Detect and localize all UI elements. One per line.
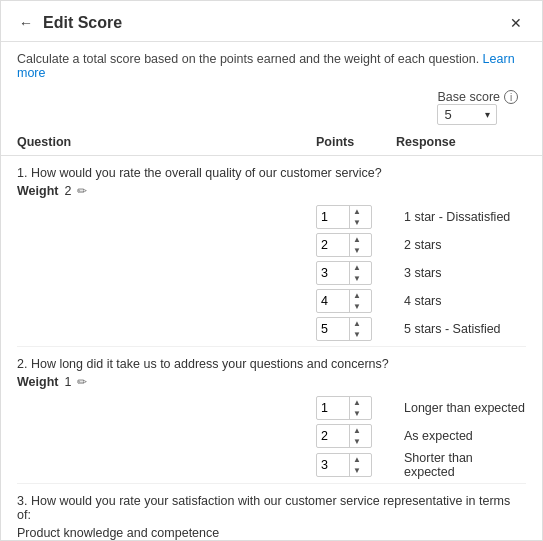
question-2-weight-row: Weight 1 ✏ (17, 375, 526, 389)
points-input-1-5[interactable]: ▲ ▼ (316, 317, 372, 341)
close-button[interactable]: ✕ (506, 13, 526, 33)
dialog-header: ← Edit Score ✕ (1, 1, 542, 42)
spinner-down[interactable]: ▼ (350, 273, 364, 284)
table-row: ▲ ▼ 2 stars (17, 232, 526, 258)
base-score-value: 5 (444, 107, 451, 122)
spinner-down[interactable]: ▼ (350, 217, 364, 228)
points-input-2-1[interactable]: ▲ ▼ (316, 396, 372, 420)
info-icon[interactable]: i (504, 90, 518, 104)
table-header: Question Points Response (1, 129, 542, 156)
spinner-group: ▲ ▼ (349, 397, 364, 419)
question-1-weight-row: Weight 2 ✏ (17, 184, 526, 198)
spinner-group: ▲ ▼ (349, 206, 364, 228)
question-1-block: 1. How would you rate the overall qualit… (17, 156, 526, 347)
question-3-text: 3. How would you rate your satisfaction … (17, 494, 526, 522)
response-text-1-1: 1 star - Dissatisfied (396, 210, 526, 224)
spinner-up[interactable]: ▲ (350, 454, 364, 465)
table-row: ▲ ▼ 5 stars - Satisfied (17, 316, 526, 342)
base-score-label: Base score i (437, 90, 518, 104)
back-button[interactable]: ← (17, 13, 35, 33)
weight-value-2: 1 (64, 375, 71, 389)
points-input-field[interactable] (317, 238, 349, 252)
response-text-1-4: 4 stars (396, 294, 526, 308)
spinner-up[interactable]: ▲ (350, 290, 364, 301)
weight-label-2: Weight (17, 375, 58, 389)
chevron-down-icon: ▾ (485, 109, 490, 120)
table-row: ▲ ▼ 4 stars (17, 288, 526, 314)
points-input-1-4[interactable]: ▲ ▼ (316, 289, 372, 313)
col-points: Points (316, 135, 396, 149)
response-text-1-3: 3 stars (396, 266, 526, 280)
edit-weight-1-icon[interactable]: ✏ (77, 184, 87, 198)
sub-label-product: Product knowledge and competence (17, 526, 526, 540)
points-input-1-1[interactable]: ▲ ▼ (316, 205, 372, 229)
points-input-field[interactable] (317, 458, 349, 472)
spinner-down[interactable]: ▼ (350, 465, 364, 476)
spinner-group: ▲ ▼ (349, 454, 364, 476)
col-question: Question (17, 135, 316, 149)
question-1-text: 1. How would you rate the overall qualit… (17, 166, 526, 180)
table-row: ▲ ▼ 3 stars (17, 260, 526, 286)
points-input-1-2[interactable]: ▲ ▼ (316, 233, 372, 257)
table-row: ▲ ▼ Shorter than expected (17, 451, 526, 479)
response-text-2-1: Longer than expected (396, 401, 526, 415)
spinner-down[interactable]: ▼ (350, 301, 364, 312)
question-1-responses: ▲ ▼ 1 star - Dissatisfied ▲ ▼ (17, 204, 526, 342)
base-score-dropdown[interactable]: 5 ▾ (437, 104, 497, 125)
spinner-down[interactable]: ▼ (350, 436, 364, 447)
col-response: Response (396, 135, 526, 149)
spinner-down[interactable]: ▼ (350, 329, 364, 340)
spinner-group: ▲ ▼ (349, 234, 364, 256)
question-2-responses: ▲ ▼ Longer than expected ▲ ▼ (17, 395, 526, 479)
response-text-2-3: Shorter than expected (396, 451, 526, 479)
base-score-area: Base score i 5 ▾ (1, 90, 542, 125)
points-input-field[interactable] (317, 401, 349, 415)
table-row: ▲ ▼ Longer than expected (17, 395, 526, 421)
points-input-2-2[interactable]: ▲ ▼ (316, 424, 372, 448)
response-text-2-2: As expected (396, 429, 526, 443)
weight-value-1: 2 (64, 184, 71, 198)
weight-label-1: Weight (17, 184, 58, 198)
dialog-title: Edit Score (43, 14, 506, 32)
description-area: Calculate a total score based on the poi… (1, 42, 542, 90)
response-text-1-5: 5 stars - Satisfied (396, 322, 526, 336)
spinner-up[interactable]: ▲ (350, 397, 364, 408)
table-row: ▲ ▼ 1 star - Dissatisfied (17, 204, 526, 230)
edit-weight-2-icon[interactable]: ✏ (77, 375, 87, 389)
points-input-field[interactable] (317, 294, 349, 308)
questions-content: 1. How would you rate the overall qualit… (1, 156, 542, 540)
points-input-field[interactable] (317, 266, 349, 280)
description-text: Calculate a total score based on the poi… (17, 52, 479, 66)
spinner-up[interactable]: ▲ (350, 262, 364, 273)
spinner-group: ▲ ▼ (349, 262, 364, 284)
points-input-field[interactable] (317, 322, 349, 336)
spinner-down[interactable]: ▼ (350, 245, 364, 256)
spinner-up[interactable]: ▲ (350, 318, 364, 329)
response-text-1-2: 2 stars (396, 238, 526, 252)
spinner-up[interactable]: ▲ (350, 425, 364, 436)
edit-score-dialog: ← Edit Score ✕ Calculate a total score b… (0, 0, 543, 541)
points-input-1-3[interactable]: ▲ ▼ (316, 261, 372, 285)
points-input-field[interactable] (317, 429, 349, 443)
spinner-up[interactable]: ▲ (350, 234, 364, 245)
points-input-2-3[interactable]: ▲ ▼ (316, 453, 372, 477)
spinner-group: ▲ ▼ (349, 318, 364, 340)
question-3-block: 3. How would you rate your satisfaction … (17, 484, 526, 540)
spinner-group: ▲ ▼ (349, 290, 364, 312)
spinner-group: ▲ ▼ (349, 425, 364, 447)
spinner-up[interactable]: ▲ (350, 206, 364, 217)
question-2-text: 2. How long did it take us to address yo… (17, 357, 526, 371)
spinner-down[interactable]: ▼ (350, 408, 364, 419)
table-row: ▲ ▼ As expected (17, 423, 526, 449)
question-2-block: 2. How long did it take us to address yo… (17, 347, 526, 484)
points-input-field[interactable] (317, 210, 349, 224)
